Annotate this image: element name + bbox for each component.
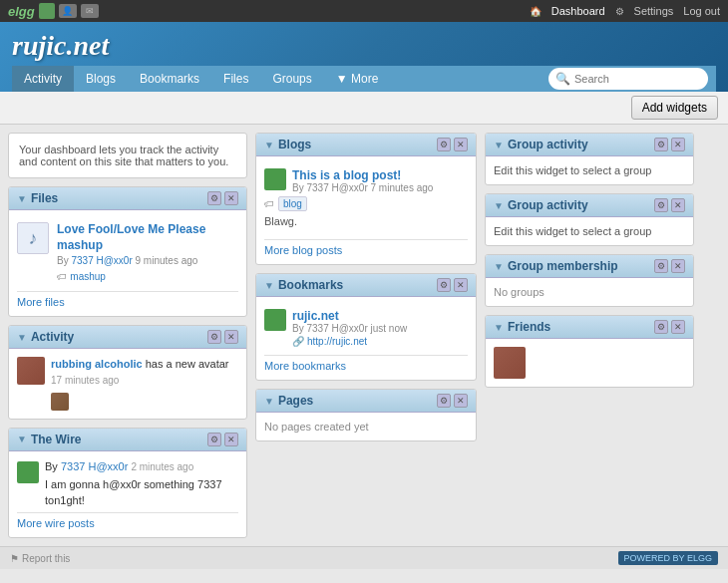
blog-meta: By 7337 H@xx0r 7 minutes ago: [292, 182, 433, 193]
group-activity-2-controls: ⚙ ✕: [654, 198, 685, 212]
settings-link[interactable]: Settings: [634, 5, 674, 17]
friends-arrow-icon: ▼: [494, 322, 504, 333]
friends-widget-settings[interactable]: ⚙: [654, 320, 668, 334]
dashboard-link[interactable]: Dashboard: [551, 5, 605, 17]
group-membership-body: No groups: [486, 278, 693, 306]
group-membership-header: ▼ Group membership ⚙ ✕: [486, 255, 693, 278]
friend-avatar[interactable]: [494, 347, 526, 379]
activity-user-link[interactable]: rubbing alcoholic: [51, 358, 143, 370]
report-icon: ⚑: [10, 553, 19, 564]
bookmark-url[interactable]: 🔗 http://rujic.net: [292, 336, 468, 347]
wire-message: I am gonna h@xx0r something 7337 ton1ght…: [45, 477, 238, 508]
blogs-widget-title: ▼ Blogs: [264, 138, 311, 151]
bookmark-item: rujic.net By 7337 H@xx0r just now 🔗 http…: [264, 305, 468, 351]
more-bookmarks-link[interactable]: More bookmarks: [264, 360, 468, 372]
file-meta: By 7337 H@xx0r 9 minutes ago: [57, 255, 238, 266]
bookmark-title-link[interactable]: rujic.net: [292, 309, 339, 323]
blogs-widget: ▼ Blogs ⚙ ✕ This is a blog post! By 73: [255, 133, 477, 265]
friends-grid: [494, 347, 685, 379]
pages-widget: ▼ Pages ⚙ ✕ No pages created yet: [255, 389, 477, 441]
group-activity-2-arrow-icon: ▼: [494, 200, 504, 211]
more-blogs-link[interactable]: More blog posts: [264, 244, 468, 256]
file-title-link[interactable]: Love Fool/Love Me Please mashup: [57, 222, 205, 252]
group-activity-2-close[interactable]: ✕: [671, 198, 685, 212]
group-activity-2-message: Edit this widget to select a group: [494, 225, 685, 237]
pages-widget-settings[interactable]: ⚙: [437, 394, 451, 408]
wire-time: 2 minutes ago: [131, 461, 193, 472]
activity-widget-settings[interactable]: ⚙: [207, 330, 221, 344]
activity-widget-close[interactable]: ✕: [224, 330, 238, 344]
more-files-link[interactable]: More files: [17, 296, 238, 308]
files-widget-settings[interactable]: ⚙: [207, 191, 221, 205]
bookmarks-widget-settings[interactable]: ⚙: [437, 278, 451, 292]
group-activity-2-widget: ▼ Group activity ⚙ ✕ Edit this widget to…: [485, 193, 694, 246]
blogs-widget-settings[interactable]: ⚙: [437, 138, 451, 151]
group-membership-widget: ▼ Group membership ⚙ ✕ No groups: [485, 254, 694, 307]
file-author: 7337 H@xx0r: [71, 255, 132, 266]
friends-widget-close[interactable]: ✕: [671, 320, 685, 334]
group-membership-arrow-icon: ▼: [494, 261, 504, 272]
nav-more[interactable]: ▼ More: [324, 66, 391, 92]
blog-post-icon: [264, 168, 286, 190]
group-membership-settings[interactable]: ⚙: [654, 259, 668, 273]
group-activity-2-settings[interactable]: ⚙: [654, 198, 668, 212]
file-type-icon: ♪: [17, 222, 49, 254]
blog-title-link[interactable]: This is a blog post!: [292, 168, 401, 182]
search-input[interactable]: [548, 68, 708, 90]
logout-link[interactable]: Log out: [683, 5, 720, 17]
group-activity-1-header: ▼ Group activity ⚙ ✕: [486, 134, 693, 156]
group-activity-2-header: ▼ Group activity ⚙ ✕: [486, 194, 693, 217]
group-activity-1-body: Edit this widget to select a group: [486, 156, 693, 184]
friends-widget-header: ▼ Friends ⚙ ✕: [486, 316, 693, 339]
wire-widget: ▼ The Wire ⚙ ✕ By 7337 H@xx0r 2 minutes …: [8, 428, 247, 538]
wire-post-icon: [17, 461, 39, 483]
files-widget-close[interactable]: ✕: [224, 191, 238, 205]
blogs-widget-close[interactable]: ✕: [454, 138, 468, 151]
files-widget-controls: ⚙ ✕: [207, 191, 238, 205]
activity-new-avatar-thumb: [51, 393, 69, 411]
wire-widget-header: ▼ The Wire ⚙ ✕: [9, 429, 246, 451]
wire-item: By 7337 H@xx0r 2 minutes ago I am gonna …: [17, 459, 238, 508]
more-wire-link[interactable]: More wire posts: [17, 517, 238, 529]
blogs-arrow-icon: ▼: [264, 140, 274, 150]
topbar-messages-icon[interactable]: ✉: [81, 4, 99, 18]
pages-widget-close[interactable]: ✕: [454, 394, 468, 408]
wire-user-link[interactable]: 7337 H@xx0r: [61, 460, 128, 472]
topbar-friends-icon[interactable]: 👤: [59, 4, 77, 18]
nav-bookmarks[interactable]: Bookmarks: [128, 66, 211, 92]
wire-widget-body: By 7337 H@xx0r 2 minutes ago I am gonna …: [9, 451, 246, 537]
wire-widget-settings[interactable]: ⚙: [207, 433, 221, 446]
activity-widget-title: ▼ Activity: [17, 330, 74, 344]
files-arrow-icon: ▼: [17, 193, 27, 204]
bookmarks-widget-close[interactable]: ✕: [454, 278, 468, 292]
nav-activity[interactable]: Activity: [12, 66, 74, 92]
wire-text: By 7337 H@xx0r 2 minutes ago I am gonna …: [45, 459, 238, 508]
topbar-home-icon[interactable]: [39, 3, 55, 19]
bookmark-site-icon: [264, 309, 286, 331]
footer: ⚑ Report this POWERED BY ELGG: [0, 546, 728, 569]
nav-files[interactable]: Files: [211, 66, 260, 92]
powered-badge: POWERED BY ELGG: [618, 551, 718, 565]
topbar-settings-icon: ⚙: [615, 6, 624, 17]
nav-blogs[interactable]: Blogs: [74, 66, 128, 92]
file-tag[interactable]: mashup: [70, 271, 106, 282]
nav-groups[interactable]: Groups: [260, 66, 323, 92]
group-activity-1-close[interactable]: ✕: [671, 138, 685, 151]
friends-widget-body: [486, 339, 693, 387]
bookmarks-widget-body: rujic.net By 7337 H@xx0r just now 🔗 http…: [256, 297, 476, 380]
content: Your dashboard lets you track the activi…: [0, 125, 728, 546]
activity-widget-controls: ⚙ ✕: [207, 330, 238, 344]
topbar: elgg 👤 ✉ 🏠 Dashboard ⚙ Settings Log out: [0, 0, 728, 22]
group-activity-1-settings[interactable]: ⚙: [654, 138, 668, 151]
activity-arrow-icon: ▼: [17, 332, 27, 343]
activity-item: rubbing alcoholic has a new avatar 17 mi…: [17, 357, 238, 411]
group-membership-close[interactable]: ✕: [671, 259, 685, 273]
activity-widget: ▼ Activity ⚙ ✕ rubbing alcoholic has a n…: [8, 325, 247, 420]
wire-arrow-icon: ▼: [17, 434, 27, 444]
wire-widget-close[interactable]: ✕: [224, 433, 238, 446]
blog-tag[interactable]: blog: [278, 196, 307, 211]
files-widget-body: ♪ Love Fool/Love Me Please mashup By 733…: [9, 210, 246, 316]
report-this-link[interactable]: ⚑ Report this: [10, 553, 70, 564]
add-widgets-button[interactable]: Add widgets: [631, 96, 718, 120]
activity-time: 17 minutes ago: [51, 375, 119, 386]
